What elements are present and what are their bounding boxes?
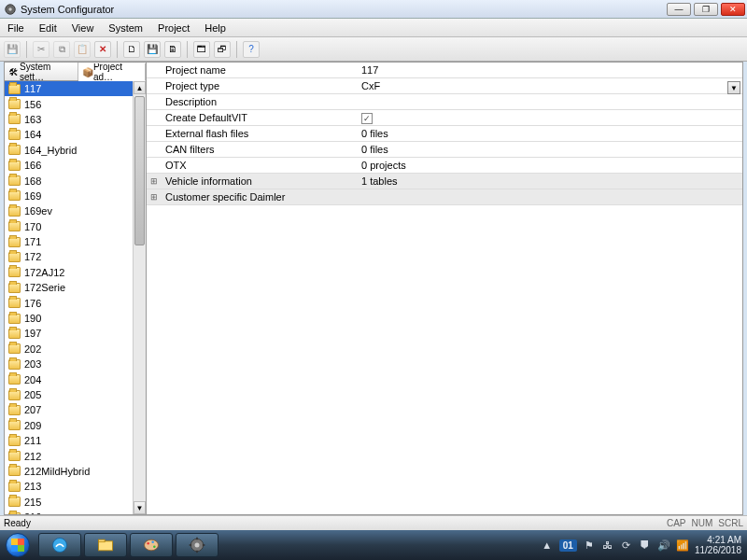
tray-shield-icon[interactable]: ⛊ — [639, 539, 652, 552]
tree-node[interactable]: 205 — [5, 387, 146, 402]
tree-node[interactable]: 215 — [5, 495, 146, 510]
menu-project[interactable]: Project — [150, 22, 197, 34]
menu-system[interactable]: System — [101, 22, 150, 34]
tree-node[interactable]: 169ev — [5, 203, 146, 218]
menu-help[interactable]: Help — [197, 22, 233, 34]
minimize-button[interactable]: — — [667, 3, 691, 16]
status-cap: CAP — [667, 518, 686, 528]
tree-node[interactable]: 211 — [5, 433, 146, 448]
tree-node[interactable]: 213 — [5, 479, 146, 494]
tree-node[interactable]: 176 — [5, 295, 146, 310]
tray-up-icon[interactable]: ▲ — [541, 539, 554, 552]
tree-node[interactable]: 166 — [5, 158, 146, 173]
save-alt-icon[interactable]: 💾 — [144, 41, 161, 58]
tree-node[interactable]: 190 — [5, 311, 146, 326]
tool2-icon[interactable]: 🗗 — [214, 41, 231, 58]
tree-scrollbar[interactable]: ▲ ▼ — [133, 81, 146, 514]
tree-node-label: 216 — [24, 511, 41, 514]
prop-name-value[interactable]: 117 — [358, 64, 742, 76]
folder-icon — [8, 206, 21, 217]
scroll-up-icon[interactable]: ▲ — [134, 81, 146, 94]
tree-node[interactable]: 168 — [5, 173, 146, 188]
tree-node[interactable]: 172Serie — [5, 280, 146, 295]
tree-node[interactable]: 170 — [5, 219, 146, 234]
prop-otx-value[interactable]: 0 projects — [358, 160, 742, 171]
delete-icon[interactable]: ✕ — [94, 41, 111, 58]
tree-node-label: 172 — [24, 251, 41, 262]
expand-vehicle-info[interactable]: ⊞ — [147, 176, 162, 186]
scroll-thumb[interactable] — [134, 96, 145, 245]
task-explorer[interactable] — [84, 533, 127, 557]
tree-node[interactable]: 204 — [5, 371, 146, 386]
cut-icon[interactable]: ✂ — [33, 41, 49, 58]
tree-node-label: 164 — [24, 129, 41, 140]
prop-canfilters-value[interactable]: 0 files — [358, 144, 742, 155]
task-ie[interactable] — [38, 533, 81, 557]
tool1-icon[interactable]: 🗔 — [193, 41, 210, 58]
folder-icon — [8, 436, 21, 446]
expand-customer[interactable]: ⊞ — [147, 192, 162, 202]
tree-node[interactable]: 156 — [5, 96, 146, 111]
menu-file[interactable]: File — [0, 22, 32, 34]
folder-icon — [8, 99, 21, 109]
folder-icon — [8, 84, 21, 94]
help-icon[interactable]: ? — [243, 41, 260, 58]
tree-node[interactable]: 117 — [5, 81, 146, 96]
checkbox-icon[interactable]: ✓ — [361, 113, 373, 124]
menu-edit[interactable]: Edit — [32, 22, 64, 34]
prop-type-label: Project type — [162, 80, 358, 91]
prop-createvit-value[interactable]: ✓ — [358, 112, 742, 124]
tree-node[interactable]: 212MildHybrid — [5, 464, 146, 479]
tree-node[interactable]: 202 — [5, 342, 146, 357]
task-paint[interactable] — [130, 533, 173, 557]
tree-node[interactable]: 164 — [5, 127, 146, 142]
status-scrl: SCRL — [718, 518, 743, 528]
tree-node[interactable]: 197 — [5, 326, 146, 341]
export-icon[interactable]: 🗎 — [164, 41, 181, 58]
folder-icon — [8, 267, 21, 277]
start-button[interactable] — [0, 530, 35, 560]
tray-flag-icon[interactable]: ⚑ — [583, 539, 596, 552]
tree-node[interactable]: 171 — [5, 234, 146, 249]
tray-sync-icon[interactable]: ⟳ — [620, 539, 633, 552]
tree-node[interactable]: 207 — [5, 402, 146, 417]
tree-node[interactable]: 172 — [5, 249, 146, 264]
folder-icon — [8, 466, 21, 476]
tab-system-settings[interactable]: 🛠 System sett… — [5, 63, 78, 80]
tab-project-admin[interactable]: 📦 Project ad… — [78, 63, 146, 81]
tree-node[interactable]: 209 — [5, 418, 146, 433]
folder-icon — [8, 161, 21, 171]
taskbar: ▲ 01 ⚑ 🖧 ⟳ ⛊ 🔊 📶 4:21 AM 11/26/2018 — [0, 530, 747, 560]
dropdown-icon[interactable]: ▼ — [727, 81, 740, 94]
tree-node[interactable]: 169 — [5, 189, 146, 203]
save-icon[interactable]: 💾 — [4, 41, 21, 58]
copy-icon[interactable]: ⧉ — [53, 41, 70, 58]
tray-wifi-icon[interactable]: 📶 — [676, 539, 689, 552]
tree-node-label: 169ev — [24, 205, 52, 217]
tree-node[interactable]: 172AJ12 — [5, 265, 146, 280]
tray-lang[interactable]: 01 — [559, 539, 577, 552]
tree-node[interactable]: 164_Hybrid — [5, 143, 146, 158]
tray-vol-icon[interactable]: 🔊 — [657, 539, 670, 552]
tray-net-icon[interactable]: 🖧 — [601, 539, 614, 552]
menu-view[interactable]: View — [64, 22, 102, 34]
prop-createvit-label: Create DefaultVIT — [162, 112, 358, 123]
task-configurator[interactable] — [176, 533, 218, 557]
prop-vinfo-label: Vehicle information — [162, 175, 358, 187]
paste-icon[interactable]: 📋 — [74, 41, 91, 58]
tree-node[interactable]: 163 — [5, 112, 146, 127]
close-button[interactable]: ✕ — [721, 3, 745, 16]
tray-clock[interactable]: 4:21 AM 11/26/2018 — [695, 535, 741, 555]
tree-node[interactable]: 212 — [5, 448, 146, 463]
scroll-down-icon[interactable]: ▼ — [134, 501, 146, 514]
tree-node[interactable]: 203 — [5, 357, 146, 371]
new-doc-icon[interactable]: 🗋 — [123, 41, 140, 58]
titlebar: System Configurator — ❐ ✕ — [0, 0, 747, 19]
prop-type-value[interactable]: CxF▼ — [358, 80, 742, 91]
prop-extflash-value[interactable]: 0 files — [358, 128, 742, 139]
folder-icon — [8, 175, 21, 186]
folder-icon — [8, 130, 21, 140]
prop-canfilters-label: CAN filters — [162, 144, 358, 155]
maximize-button[interactable]: ❐ — [694, 3, 718, 16]
tree-node[interactable]: 216 — [5, 510, 146, 514]
